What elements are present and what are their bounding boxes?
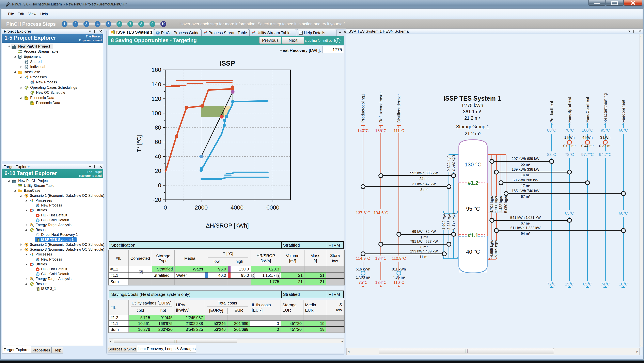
svg-text:78°C: 78°C — [565, 152, 574, 157]
svg-text:100: 100 — [152, 110, 161, 116]
svg-text:#1.2: #1.2 — [468, 180, 478, 186]
svg-text:Reactantheating: Reactantheating — [603, 93, 608, 123]
svg-text:72°C: 72°C — [547, 282, 556, 286]
svg-text:2.288 kg/s: 2.288 kg/s — [447, 213, 451, 230]
svg-text:1 kWh: 1 kWh — [564, 135, 574, 139]
svg-text:293 kWh 439 kW: 293 kWh 439 kW — [410, 249, 438, 253]
svg-text:2.692 kg/s: 2.692 kg/s — [451, 154, 456, 171]
svg-text:Productheat: Productheat — [550, 101, 554, 123]
svg-text:StorageGroup 1: StorageGroup 1 — [456, 124, 489, 129]
svg-text:T* [°C]: T* [°C] — [136, 135, 142, 152]
svg-text:FeedBpreheat: FeedBpreheat — [567, 97, 572, 123]
svg-text:FeedCpreheat: FeedCpreheat — [585, 97, 590, 123]
svg-text:0.32 m²: 0.32 m² — [599, 144, 612, 148]
svg-text:135°C: 135°C — [375, 128, 386, 133]
svg-text:-20: -20 — [153, 197, 161, 203]
svg-text:15°C: 15°C — [565, 282, 574, 286]
svg-text:67 m²: 67 m² — [521, 221, 530, 225]
svg-text:100°C: 100°C — [582, 128, 593, 132]
svg-text:811 kWh: 811 kWh — [392, 267, 406, 271]
svg-text:185 kWh 740 kW: 185 kWh 740 kW — [512, 189, 539, 193]
svg-text:791 kWh 527 kW: 791 kWh 527 kW — [410, 240, 438, 244]
svg-text:60: 60 — [155, 139, 161, 145]
svg-text:?: ? — [300, 31, 302, 35]
svg-text:6000: 6000 — [266, 204, 280, 211]
svg-text:40: 40 — [155, 153, 161, 160]
svg-text:60°C: 60°C — [619, 211, 628, 215]
svg-text:63 kWh 208 kW: 63 kWh 208 kW — [512, 178, 538, 182]
svg-text:20: 20 — [155, 168, 161, 174]
svg-text:1'775 kWh: 1'775 kWh — [461, 103, 483, 108]
svg-text:95 °C: 95 °C — [466, 206, 480, 212]
svg-text:x: x — [18, 184, 20, 186]
svg-text:1 m²: 1 m² — [420, 235, 428, 239]
svg-text:114.9°C: 114.9°C — [356, 256, 370, 261]
svg-text:4.701 kg/s: 4.701 kg/s — [490, 196, 494, 213]
svg-text:207 kWh 689 kW: 207 kWh 689 kW — [512, 157, 539, 161]
svg-text:67 m²: 67 m² — [521, 195, 530, 199]
svg-text:75°C: 75°C — [358, 280, 368, 285]
svg-text:0: 0 — [158, 182, 161, 188]
svg-text:0.02 m²: 0.02 m² — [563, 144, 576, 148]
svg-text:1.422 kg/s: 1.422 kg/s — [499, 196, 503, 213]
svg-text:0.137 kg/s: 0.137 kg/s — [451, 213, 456, 230]
svg-text:134°C: 134°C — [375, 256, 386, 261]
svg-text:3 kWh: 3 kWh — [600, 135, 610, 139]
svg-text:140°C: 140°C — [357, 128, 369, 133]
svg-text:110°C: 110°C — [394, 280, 404, 285]
svg-text:111°C: 111°C — [394, 128, 404, 133]
svg-text:160: 160 — [152, 67, 161, 73]
svg-text:516 kWh: 516 kWh — [356, 267, 370, 271]
svg-text:137.6°C: 137.6°C — [356, 211, 370, 215]
svg-text:Productcooling1: Productcooling1 — [361, 94, 365, 123]
svg-text:134.6°C: 134.6°C — [374, 211, 388, 215]
svg-text:4 kWh: 4 kWh — [582, 135, 592, 139]
svg-text:88°C: 88°C — [547, 128, 556, 132]
svg-text:14 m²: 14 m² — [521, 173, 530, 177]
svg-text:#1.1: #1.1 — [468, 232, 478, 239]
svg-text:0: 0 — [164, 204, 167, 211]
svg-text:ISSP TES System 1: ISSP TES System 1 — [444, 95, 501, 102]
svg-text:31 kWh 47 kW: 31 kWh 47 kW — [412, 182, 436, 186]
svg-text:134°C: 134°C — [375, 280, 386, 285]
svg-text:ΔH/SROP [kWh]: ΔH/SROP [kWh] — [206, 222, 249, 229]
svg-text:4000: 4000 — [230, 204, 244, 211]
svg-text:21.2 m³: 21.2 m³ — [465, 131, 480, 136]
svg-text:611 kWh 1'222 kW: 611 kWh 1'222 kW — [510, 226, 540, 230]
svg-text:95°C: 95°C — [601, 128, 610, 132]
svg-text:97.7°C: 97.7°C — [581, 152, 594, 157]
svg-text:140: 140 — [152, 81, 161, 87]
svg-text:4.695 kg/s: 4.695 kg/s — [490, 240, 494, 257]
svg-text:21.2 m³: 21.2 m³ — [464, 115, 480, 121]
svg-text:3 m²: 3 m² — [420, 188, 428, 192]
svg-text:88°C: 88°C — [547, 152, 556, 157]
svg-text:Feedpreheat: Feedpreheat — [621, 100, 626, 123]
svg-text:78°C: 78°C — [565, 128, 574, 132]
svg-text:10°C: 10°C — [619, 282, 628, 286]
svg-text:74°C: 74°C — [601, 282, 610, 286]
svg-text:1.904 kg/s: 1.904 kg/s — [442, 213, 446, 230]
svg-text:17 m²: 17 m² — [521, 184, 530, 188]
svg-text:5.305 kg/s: 5.305 kg/s — [494, 240, 498, 257]
svg-text:94.7°C: 94.7°C — [599, 152, 612, 157]
svg-text:5.050 kg/s: 5.050 kg/s — [504, 196, 508, 213]
svg-text:2.306 kg/s: 2.306 kg/s — [494, 196, 498, 213]
svg-text:8 m²: 8 m² — [420, 245, 428, 249]
svg-text:0.321 kg/s: 0.321 kg/s — [447, 154, 451, 171]
svg-text:110.9°C: 110.9°C — [392, 256, 406, 261]
svg-text:69 kWh 32 kW: 69 kWh 32 kW — [412, 230, 436, 234]
svg-text:120: 120 — [152, 95, 161, 102]
svg-text:2000: 2000 — [195, 204, 208, 211]
svg-text:541 kWh 1'081 kW: 541 kWh 1'081 kW — [510, 216, 541, 220]
svg-text:40 °C: 40 °C — [466, 249, 480, 255]
svg-text:169 kWh 338 kW: 169 kWh 338 kW — [512, 167, 539, 171]
svg-text:592 kWh 395 kW: 592 kWh 395 kW — [410, 171, 438, 175]
svg-text:Distillcondenser: Distillcondenser — [397, 94, 401, 123]
svg-text:ISSP: ISSP — [220, 59, 235, 67]
svg-text:0.44 m²: 0.44 m² — [581, 144, 594, 148]
svg-text:94 m²: 94 m² — [521, 232, 530, 236]
svg-text:11 m²: 11 m² — [420, 255, 429, 259]
svg-text:361.1 m²: 361.1 m² — [463, 109, 482, 114]
svg-text:65°C: 65°C — [583, 282, 592, 286]
svg-text:130 °C: 130 °C — [465, 162, 482, 168]
